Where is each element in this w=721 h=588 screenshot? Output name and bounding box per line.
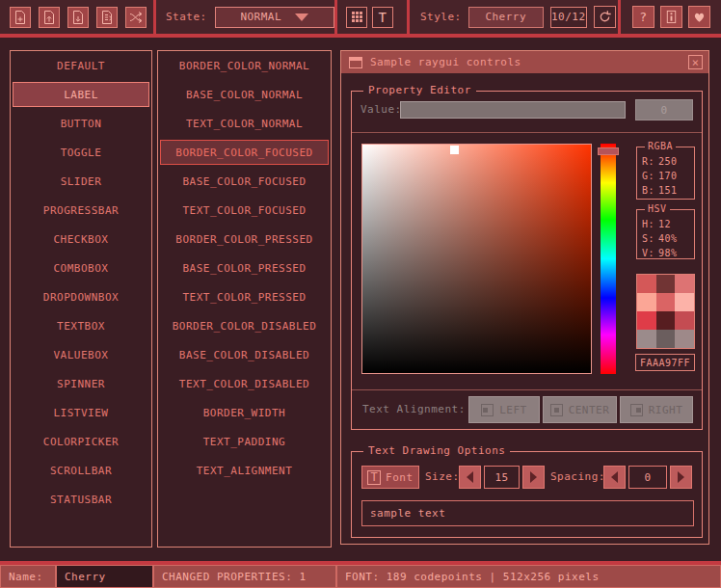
controls-list-item[interactable]: SLIDER	[13, 169, 149, 194]
text-alignment-row: Text Alignment: LEFTCENTERRIGHT	[352, 396, 702, 423]
spacing-increase-button[interactable]	[670, 466, 692, 489]
controls-list-item[interactable]: DEFAULT	[13, 53, 149, 78]
controls-list-item[interactable]: LABEL	[13, 82, 149, 107]
controls-list-item[interactable]: PROGRESSBAR	[13, 198, 149, 223]
properties-list-item[interactable]: TEXT_COLOR_FOCUSED	[160, 198, 329, 223]
toolbar: State: NORMAL T Style: Cherry 10/12	[0, 0, 721, 34]
spacing-decrease-button[interactable]	[603, 466, 626, 489]
about-button[interactable]	[660, 6, 682, 28]
controls-list-item[interactable]: DROPDOWNBOX	[13, 284, 149, 309]
palette-color-cell[interactable]	[675, 330, 694, 348]
reload-icon	[598, 10, 612, 24]
align-button-label: RIGHT	[649, 404, 683, 416]
palette-color-cell[interactable]	[656, 293, 676, 311]
font-button[interactable]: T Font	[361, 466, 419, 489]
font-button-label: Font	[386, 471, 414, 484]
style-selector-button[interactable]: Cherry	[468, 7, 544, 28]
properties-list-item[interactable]: TEXT_COLOR_DISABLED	[160, 371, 329, 396]
palette-color-cell[interactable]	[637, 311, 656, 330]
align-button-label: LEFT	[499, 404, 527, 416]
controls-list-item[interactable]: CHECKBOX	[13, 227, 149, 252]
sponsor-button[interactable]	[688, 6, 710, 28]
size-increase-button[interactable]	[522, 466, 545, 489]
palette-color-cell[interactable]	[675, 293, 694, 311]
export-file-button[interactable]	[96, 7, 118, 28]
align-left-button[interactable]: LEFT	[468, 396, 540, 423]
palette-color-cell[interactable]	[656, 311, 676, 330]
style-count-box: 10/12	[550, 7, 587, 28]
color-picker-cursor[interactable]	[450, 146, 459, 154]
controls-list-item[interactable]: VALUEBOX	[13, 342, 149, 367]
spacing-value-box[interactable]: 0	[628, 466, 667, 489]
text-options-title: Text Drawing Options	[363, 444, 510, 457]
toolbar-state-section: State: NORMAL	[156, 0, 337, 34]
palette-color-cell[interactable]	[637, 275, 656, 293]
hue-slider[interactable]	[601, 144, 616, 374]
save-file-button[interactable]	[67, 7, 89, 28]
align-right-icon	[630, 404, 643, 416]
properties-list-item[interactable]: BASE_COLOR_DISABLED	[160, 342, 329, 367]
style-count: 10/12	[551, 11, 586, 23]
properties-list-item[interactable]: BORDER_COLOR_DISABLED	[160, 313, 329, 338]
close-icon[interactable]: ×	[688, 55, 703, 69]
palette-color-cell[interactable]	[656, 330, 676, 348]
property-editor-group: Property Editor Value: 0 RGBA R:250G:170…	[351, 91, 703, 430]
size-value-box[interactable]: 15	[484, 466, 520, 489]
controls-list-item[interactable]: SCROLLBAR	[13, 458, 149, 483]
properties-list-item[interactable]: BORDER_COLOR_PRESSED	[160, 227, 329, 252]
font-T-icon: T	[367, 470, 381, 485]
palette-color-cell[interactable]	[656, 275, 676, 293]
sample-controls-window: Sample raygui controls × Property Editor…	[340, 50, 709, 545]
control-table-button[interactable]	[346, 7, 367, 28]
sample-text-input[interactable]: sample text	[361, 500, 694, 526]
align-center-button[interactable]: CENTER	[543, 396, 617, 423]
properties-list-item[interactable]: BASE_COLOR_PRESSED	[160, 255, 329, 281]
window-titlebar[interactable]: Sample raygui controls ×	[341, 51, 708, 73]
controls-list-item[interactable]: BUTTON	[13, 111, 149, 136]
controls-list-item[interactable]: COLORPICKER	[13, 429, 149, 454]
properties-list-item[interactable]: BASE_COLOR_NORMAL	[160, 82, 329, 107]
properties-list-item[interactable]: BORDER_WIDTH	[160, 400, 329, 425]
reload-style-button[interactable]	[594, 6, 616, 28]
palette-color-cell[interactable]	[637, 293, 656, 311]
properties-list-item[interactable]: TEXT_ALIGNMENT	[160, 458, 329, 483]
align-left-icon	[481, 404, 494, 416]
hsv-title: HSV	[645, 203, 670, 214]
controls-list-item[interactable]: TOGGLE	[13, 140, 149, 165]
value-label: Value:	[360, 103, 402, 116]
state-dropdown[interactable]: NORMAL	[215, 7, 334, 28]
align-right-button[interactable]: RIGHT	[620, 396, 693, 423]
properties-list-item[interactable]: TEXT_PADDING	[160, 429, 329, 454]
properties-list-item[interactable]: BORDER_COLOR_NORMAL	[160, 53, 329, 78]
properties-list-item[interactable]: TEXT_COLOR_PRESSED	[160, 284, 329, 309]
palette-color-cell[interactable]	[637, 330, 656, 348]
properties-list-item[interactable]: BASE_COLOR_FOCUSED	[160, 169, 329, 194]
size-label: Size:	[425, 470, 460, 483]
size-decrease-button[interactable]	[459, 466, 481, 489]
value-slider[interactable]	[400, 101, 626, 119]
controls-list-item[interactable]: STATUSBAR	[13, 487, 149, 512]
style-name-input[interactable]: Cherry	[56, 565, 153, 588]
properties-list-item[interactable]: BORDER_COLOR_FOCUSED	[160, 140, 329, 165]
controls-list-item[interactable]: TEXTBOX	[13, 313, 149, 338]
help-button[interactable]: ?	[632, 6, 654, 28]
hue-slider-handle[interactable]	[598, 147, 619, 155]
controls-list-item[interactable]: COMBOBOX	[13, 255, 149, 281]
heart-icon	[692, 10, 707, 24]
grid-icon	[352, 12, 362, 22]
color-picker-panel[interactable]	[361, 144, 592, 374]
controls-list-item[interactable]: SPINNER	[13, 371, 149, 396]
palette-color-cell[interactable]	[675, 275, 694, 293]
hex-value-box[interactable]: FAAA97FF	[635, 354, 695, 371]
randomize-style-button[interactable]	[125, 7, 147, 28]
controls-list-item[interactable]: LISTVIEW	[13, 400, 149, 425]
value-box[interactable]: 0	[635, 99, 693, 120]
open-file-button[interactable]	[39, 7, 60, 28]
property-editor-title: Property Editor	[363, 84, 476, 96]
properties-list-item[interactable]: TEXT_COLOR_NORMAL	[160, 111, 329, 136]
arrow-left-icon	[467, 471, 473, 483]
font-preview-button[interactable]: T	[372, 7, 393, 28]
toolbar-style-section: Style: Cherry 10/12	[410, 0, 621, 34]
palette-color-cell[interactable]	[675, 311, 694, 330]
new-file-button[interactable]	[10, 7, 31, 28]
